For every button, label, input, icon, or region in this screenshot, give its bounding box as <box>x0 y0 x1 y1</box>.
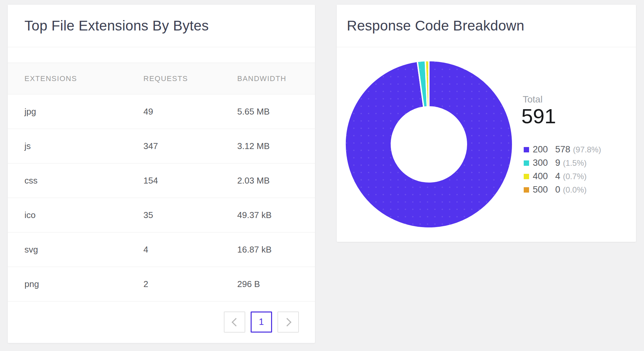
response-code-donut-chart[interactable] <box>344 60 513 229</box>
legend-swatch-icon <box>524 160 529 166</box>
legend-item[interactable]: 300 9 (1.5%) <box>524 158 601 167</box>
table-row: js 347 3.12 MB <box>8 129 315 163</box>
left-card-title: Top File Extensions By Bytes <box>24 18 209 34</box>
legend-value: 0 <box>555 185 560 195</box>
cell-requests: 2 <box>143 279 237 289</box>
total-label: Total <box>523 94 542 105</box>
legend-value: 9 <box>555 158 560 168</box>
table-header-row: EXTENSIONS REQUESTS BANDWIDTH <box>8 63 315 94</box>
table-toolbar <box>8 47 315 63</box>
legend-percentage: (97.8%) <box>573 145 601 154</box>
top-file-extensions-card: Top File Extensions By Bytes EXTENSIONS … <box>8 5 315 343</box>
cell-extension: js <box>24 141 143 151</box>
cell-bandwidth: 16.87 kB <box>237 244 298 255</box>
left-card-header: Top File Extensions By Bytes <box>8 5 315 47</box>
legend-label: 200 <box>533 144 555 155</box>
cell-extension: css <box>24 176 143 186</box>
legend-percentage: (0.7%) <box>563 172 587 181</box>
cell-extension: jpg <box>24 107 143 117</box>
cell-extension: ico <box>24 210 143 220</box>
legend-swatch-icon <box>524 174 529 179</box>
pagination-prev-button[interactable] <box>224 311 245 333</box>
column-header-extensions: EXTENSIONS <box>24 74 143 83</box>
chevron-right-icon <box>283 318 291 326</box>
legend-percentage: (1.5%) <box>563 158 587 168</box>
table-row: svg 4 16.87 kB <box>8 232 315 267</box>
cell-requests: 35 <box>143 210 237 220</box>
analytics-page: Top File Extensions By Bytes EXTENSIONS … <box>0 0 644 351</box>
cell-bandwidth: 5.65 MB <box>237 107 298 117</box>
legend-label: 300 <box>533 158 555 168</box>
table-row: png 2 296 B <box>8 267 315 301</box>
cell-extension: svg <box>24 244 143 255</box>
response-code-breakdown-card: Response Code Breakdown Total 591 200 57… <box>337 5 636 242</box>
legend-label: 500 <box>533 185 555 195</box>
pagination-next-button[interactable] <box>277 311 299 333</box>
legend-item[interactable]: 200 578 (97.8%) <box>524 145 601 154</box>
legend-value: 578 <box>555 144 570 155</box>
legend-item[interactable]: 400 4 (0.7%) <box>524 172 601 181</box>
cell-requests: 49 <box>143 107 237 117</box>
cell-bandwidth: 49.37 kB <box>237 210 298 220</box>
pagination: 1 <box>8 301 315 343</box>
pagination-page-1-button[interactable]: 1 <box>251 311 272 333</box>
cell-requests: 347 <box>143 141 237 151</box>
chart-legend: 200 578 (97.8%) 300 9 (1.5%) 400 4 (0.7%… <box>524 145 601 199</box>
column-header-requests: REQUESTS <box>143 74 237 83</box>
table-body: jpg 49 5.65 MB js 347 3.12 MB css 154 2.… <box>8 94 315 301</box>
cell-bandwidth: 296 B <box>237 279 298 289</box>
chart-area: Total 591 200 578 (97.8%) 300 9 (1.5%) 4… <box>337 47 636 242</box>
table-row: ico 35 49.37 kB <box>8 198 315 232</box>
right-card-title: Response Code Breakdown <box>347 18 524 34</box>
cell-requests: 4 <box>143 244 237 255</box>
legend-label: 400 <box>533 171 555 182</box>
legend-value: 4 <box>555 171 560 182</box>
legend-swatch-icon <box>524 147 529 152</box>
cell-bandwidth: 3.12 MB <box>237 141 298 151</box>
chevron-left-icon <box>232 318 240 326</box>
total-value: 591 <box>521 105 556 128</box>
legend-percentage: (0.0%) <box>563 185 587 195</box>
cell-requests: 154 <box>143 176 237 186</box>
cell-bandwidth: 2.03 MB <box>237 176 298 186</box>
legend-swatch-icon <box>524 187 529 193</box>
right-card-header: Response Code Breakdown <box>337 5 636 47</box>
column-header-bandwidth: BANDWIDTH <box>237 74 298 83</box>
cell-extension: png <box>24 279 143 289</box>
table-row: jpg 49 5.65 MB <box>8 94 315 129</box>
legend-item[interactable]: 500 0 (0.0%) <box>524 185 601 194</box>
table-row: css 154 2.03 MB <box>8 163 315 198</box>
